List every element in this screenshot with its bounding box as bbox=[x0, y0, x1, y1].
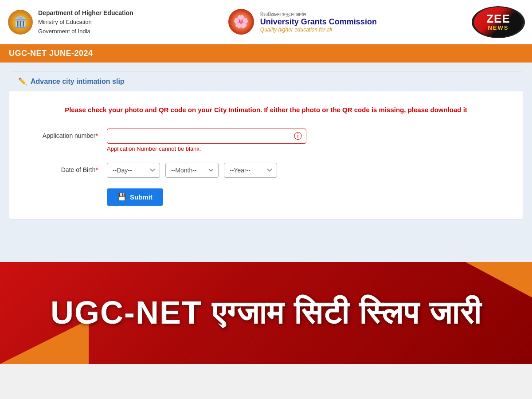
banner-text: UGC-NET JUNE-2024 bbox=[9, 49, 93, 58]
edit-icon: ✏️ bbox=[18, 77, 27, 86]
alert-message: Please check your photo and QR code on y… bbox=[18, 105, 514, 115]
ugc-logo: 🌸 bbox=[228, 9, 255, 35]
year-select[interactable]: --Year-- bbox=[224, 163, 277, 178]
card-header: ✏️ Advance city intimation slip bbox=[9, 72, 523, 91]
dob-label: Date of Birth* bbox=[18, 163, 98, 173]
govt-name: Government of India bbox=[38, 27, 133, 36]
application-number-group: Application number* ⓘ Application Number… bbox=[18, 129, 514, 152]
required-star: * bbox=[96, 132, 98, 139]
form-card: ✏️ Advance city intimation slip Please c… bbox=[9, 71, 523, 219]
ugc-subtitle: Quality higher education for all bbox=[260, 27, 377, 33]
application-number-input[interactable] bbox=[107, 129, 306, 144]
ugc-main-title: University Grants Commission bbox=[260, 17, 377, 27]
ugc-text: विश्वविद्यालय अनुदान आयोग University Gra… bbox=[260, 12, 377, 33]
application-number-input-wrap: ⓘ bbox=[107, 129, 306, 144]
application-number-label: Application number* bbox=[18, 129, 98, 139]
dob-group: Date of Birth* --Day-- --Month-- --Year-… bbox=[18, 163, 514, 178]
page-header: 🏛️ Department of Higher Education Minist… bbox=[0, 0, 532, 44]
ugc-branding: 🌸 विश्वविद्यालय अनुदान आयोग University G… bbox=[228, 9, 377, 35]
ministry-name: Ministry of Education bbox=[38, 18, 133, 27]
dept-name: Department of Higher Education bbox=[38, 8, 133, 18]
emblem-icon: 🏛️ bbox=[8, 10, 33, 35]
input-error-icon: ⓘ bbox=[294, 131, 302, 141]
submit-label: Submit bbox=[130, 193, 153, 201]
zee-text: ZEE bbox=[486, 13, 510, 24]
card-body: Please check your photo and QR code on y… bbox=[9, 91, 523, 219]
application-number-field-wrap: ⓘ Application Number cannot be blank. bbox=[107, 129, 306, 152]
govt-branding: 🏛️ Department of Higher Education Minist… bbox=[7, 7, 133, 38]
bottom-hindi-text: UGC-NET एग्जाम सिटी स्लिप जारी bbox=[51, 294, 481, 332]
dob-selects: --Day-- --Month-- --Year-- bbox=[107, 163, 277, 178]
main-content: ✏️ Advance city intimation slip Please c… bbox=[0, 63, 532, 262]
ugc-logo-icon: 🌸 bbox=[228, 9, 254, 35]
dob-required-star: * bbox=[96, 166, 98, 173]
zee-news-logo: ZEE NEWS bbox=[472, 6, 525, 38]
govt-text: Department of Higher Education Ministry … bbox=[38, 8, 133, 36]
card-title: Advance city intimation slip bbox=[31, 78, 125, 86]
news-text: NEWS bbox=[488, 24, 509, 31]
submit-button[interactable]: 💾 Submit bbox=[107, 188, 163, 206]
application-number-error: Application Number cannot be blank. bbox=[107, 145, 306, 152]
news-branding: ZEE NEWS bbox=[472, 6, 525, 38]
ugc-hindi-title: विश्वविद्यालय अनुदान आयोग bbox=[260, 12, 377, 17]
submit-icon: 💾 bbox=[117, 193, 126, 201]
diagonal-right bbox=[466, 262, 532, 297]
orange-banner: UGC-NET JUNE-2024 bbox=[0, 44, 532, 63]
bottom-section: UGC-NET एग्जाम सिटी स्लिप जारी bbox=[0, 262, 532, 364]
zee-news-inner: ZEE NEWS bbox=[474, 7, 523, 37]
govt-emblem: 🏛️ bbox=[7, 7, 34, 38]
day-select[interactable]: --Day-- bbox=[107, 163, 160, 178]
month-select[interactable]: --Month-- bbox=[165, 163, 219, 178]
